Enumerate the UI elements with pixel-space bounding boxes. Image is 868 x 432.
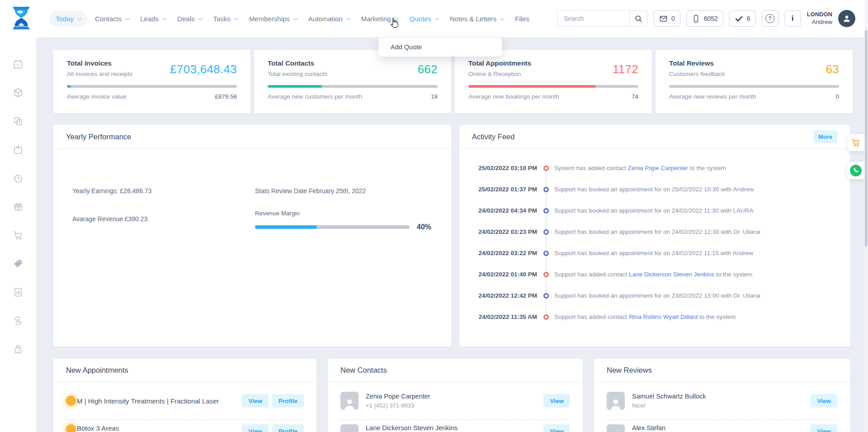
- contact-link[interactable]: Rina Rollins Wyatt Dillard: [629, 313, 698, 320]
- search-button[interactable]: [629, 10, 647, 27]
- activity-entry: 25/02/2022 01:37 PM Support has booked a…: [459, 179, 850, 200]
- contact-link[interactable]: Zenia Pope Carpenter: [628, 165, 688, 171]
- new-contacts-panel: New Contacts Zenia Pope Carpenter +1 (45…: [328, 359, 583, 432]
- profile-button[interactable]: Profile: [272, 424, 304, 432]
- menu-item-automation[interactable]: Automation: [302, 15, 355, 23]
- activity-text: Support has booked an appointment for on…: [554, 186, 754, 193]
- view-button[interactable]: View: [242, 394, 269, 408]
- menu-label: Quotes: [410, 15, 431, 23]
- review-row: Alex Stefan View: [607, 419, 837, 432]
- sidebar-item-history[interactable]: [13, 173, 24, 184]
- view-button[interactable]: View: [543, 394, 570, 408]
- calls-button[interactable]: 6052: [686, 10, 723, 27]
- menu-item-deals[interactable]: Deals: [171, 15, 207, 23]
- app-logo[interactable]: [11, 6, 32, 31]
- panel-title: Yearly Performance: [66, 133, 131, 141]
- sidebar-item-duplicates[interactable]: [13, 116, 24, 127]
- activity-time: 24/02/2022 01:40 PM: [472, 271, 537, 278]
- menu-label: Memberships: [249, 15, 290, 23]
- quotes-dropdown-menu: Add Quote: [378, 38, 502, 57]
- activity-entry: 25/02/2022 03:10 PM System has added con…: [459, 157, 850, 179]
- sidebar-item-lock[interactable]: [13, 344, 24, 355]
- user-avatar[interactable]: [838, 10, 855, 27]
- revenue-margin-bar: [255, 225, 410, 229]
- menu-item-tasks[interactable]: Tasks: [207, 15, 243, 23]
- review-row: Samuel Schwartz Bullock Nice! View: [607, 382, 837, 419]
- cart-float-button[interactable]: [847, 134, 864, 151]
- view-button[interactable]: View: [543, 424, 570, 432]
- card-value: 1172: [613, 62, 638, 76]
- person-icon: [842, 14, 852, 24]
- activity-entry: 24/02/2022 03:22 PM Support has booked a…: [459, 242, 850, 264]
- sidebar-item-packages[interactable]: [13, 87, 24, 98]
- sidebar-item-tags[interactable]: [13, 258, 24, 269]
- status-dot-icon: [66, 396, 76, 406]
- view-button[interactable]: View: [811, 424, 837, 432]
- activity-entry: 24/02/2022 12:42 PM Support has booked a…: [459, 285, 850, 306]
- history-clock-icon: [13, 173, 24, 184]
- contact-row: Zenia Pope Carpenter +1 (452) 371-9933 V…: [340, 382, 570, 419]
- svg-text:12: 12: [16, 63, 20, 66]
- activity-time: 24/02/2022 11:35 AM: [472, 313, 537, 320]
- search-input[interactable]: [558, 15, 629, 22]
- activity-time: 24/02/2022 03:22 PM: [472, 250, 537, 256]
- activity-text: Support has booked an appointment for on…: [554, 207, 753, 214]
- revenue-margin-percent: 40%: [417, 223, 431, 231]
- menu-item-today[interactable]: Today: [49, 11, 87, 27]
- more-button[interactable]: More: [813, 130, 837, 143]
- menu-item-quotes[interactable]: Quotes: [404, 15, 444, 23]
- progress-fill: [67, 85, 71, 88]
- yearly-earnings: Yearly Earnings: £28,486.73: [72, 187, 151, 195]
- view-button[interactable]: View: [811, 394, 837, 408]
- timeline-dot: [543, 272, 549, 277]
- revenue-margin-fill: [255, 225, 317, 229]
- messages-button[interactable]: 0: [654, 10, 680, 27]
- activity-text: Support has added contact Rina Rollins W…: [554, 313, 736, 320]
- phone-float-button[interactable]: [847, 162, 864, 179]
- mobile-phone-icon: [692, 14, 700, 23]
- panel-title: New Reviews: [607, 366, 652, 375]
- contact-link[interactable]: Lane Dickerson Steven Jenkins: [629, 271, 714, 278]
- menu-item-contacts[interactable]: Contacts: [89, 15, 134, 23]
- progress-bar: [468, 85, 638, 88]
- sidebar-item-user-sync[interactable]: [13, 315, 24, 326]
- progress-fill: [268, 85, 322, 88]
- new-reviews-panel: New Reviews Samuel Schwartz Bullock Nice…: [594, 359, 850, 432]
- timeline-dot: [543, 208, 549, 214]
- stats-cards-row: Total Invoices All invoices and receipts…: [53, 50, 853, 113]
- dropdown-item-add-quote[interactable]: Add Quote: [391, 43, 422, 51]
- activity-entry: 24/02/2022 01:40 PM Support has added co…: [459, 264, 850, 285]
- menu-item-memberships[interactable]: Memberships: [243, 15, 302, 23]
- card-title: Total Appointments: [468, 59, 531, 67]
- timeline-dot: [543, 251, 549, 256]
- view-button[interactable]: View: [242, 424, 269, 432]
- sidebar-item-reports[interactable]: [13, 287, 24, 298]
- question-circle-icon: ?: [765, 14, 774, 23]
- reviewer-name: Samuel Schwartz Bullock: [632, 393, 811, 400]
- progress-fill: [468, 85, 596, 88]
- sidebar-item-calendar[interactable]: 12: [13, 59, 24, 70]
- phone-circle-icon: [850, 165, 862, 176]
- menu-item-notes-letters[interactable]: Notes & Letters: [444, 15, 509, 23]
- activity-timeline: 25/02/2022 03:10 PM System has added con…: [459, 149, 850, 328]
- calendar-import-icon: [13, 144, 24, 155]
- menu-item-files[interactable]: Files: [509, 15, 535, 23]
- activity-time: 25/02/2022 01:37 PM: [472, 186, 537, 193]
- profile-button[interactable]: Profile: [272, 394, 304, 408]
- page-scrollbar[interactable]: [864, 0, 868, 432]
- chevron-down-icon: [198, 16, 203, 20]
- panel-title: Activity Feed: [472, 133, 514, 141]
- appointment-title: Botox 3 Areas: [77, 424, 242, 432]
- sidebar-item-cart[interactable]: [13, 230, 24, 241]
- tasks-button[interactable]: 6: [729, 10, 756, 27]
- person-icon: [609, 430, 623, 432]
- card-average-value: 18: [431, 93, 438, 100]
- sidebar-item-gift[interactable]: [13, 201, 24, 212]
- icon-sidebar: 12: [0, 37, 36, 432]
- help-button[interactable]: ?: [762, 10, 778, 27]
- sidebar-item-calendar-import[interactable]: [13, 144, 24, 155]
- scrollbar-thumb[interactable]: [865, 30, 868, 247]
- info-button[interactable]: i: [784, 10, 801, 27]
- menu-label: Tasks: [213, 15, 230, 23]
- menu-item-leads[interactable]: Leads: [134, 15, 171, 23]
